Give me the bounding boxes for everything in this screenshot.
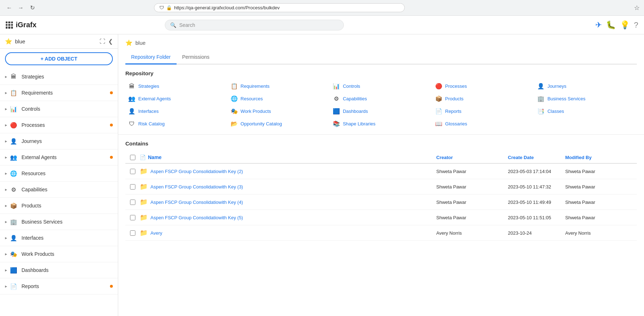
repo-item-dashboards[interactable]: 🟦 Dashboards (330, 106, 432, 116)
repo-item-label: Journeys (547, 83, 566, 89)
select-all-checkbox[interactable] (130, 155, 135, 160)
table-row: 📁 Aspen FSCP Group Consolidatiowith Key … (125, 179, 637, 195)
row-create-date: 2023-05-10 11:47:32 (508, 184, 565, 190)
header-checkbox-cell[interactable] (125, 155, 140, 160)
grid-icon (6, 21, 13, 29)
lightbulb-icon[interactable]: 💡 (620, 20, 630, 30)
business-services-repo-icon: 🏢 (537, 95, 544, 102)
sidebar-item-label: Requirements (21, 90, 110, 96)
row-name-cell[interactable]: 📁 Aspen FSCP Group Consolidatiowith Key … (140, 198, 436, 206)
status-dot (110, 188, 113, 191)
help-icon[interactable]: ? (634, 20, 638, 30)
row-checkbox-cell[interactable] (125, 200, 140, 205)
repo-item-products[interactable]: 📦 Products (432, 94, 535, 104)
tab-repository-folder[interactable]: Repository Folder (125, 51, 177, 64)
forward-button[interactable]: → (16, 3, 26, 13)
sidebar-item-requirements[interactable]: ▸ 📋 Requirements (0, 85, 118, 101)
collapse-sidebar-button[interactable]: ❮ (108, 38, 113, 45)
bug-icon[interactable]: 🐛 (606, 20, 616, 30)
row-name-cell[interactable]: 📁 Aspen FSCP Group Consolidatiowith Key … (140, 167, 436, 175)
search-bar-container[interactable]: 🔍 Search (165, 20, 344, 30)
expand-chevron: ▸ (5, 106, 7, 111)
sidebar-item-interfaces[interactable]: ▸ 👤 Interfaces (0, 230, 118, 246)
repo-item-capabilities[interactable]: ⚙ Capabilities (330, 94, 432, 104)
sidebar-item-external-agents[interactable]: ▸ 👥 External Agents (0, 149, 118, 166)
sidebar-item-label: Journeys (21, 138, 110, 144)
sidebar-item-reports[interactable]: ▸ 📄 Reports (0, 278, 118, 295)
row-name-cell[interactable]: 📁 Aspen FSCP Group Consolidatiowith Key … (140, 183, 436, 191)
row-checkbox[interactable] (130, 184, 135, 190)
expand-icon[interactable]: ⛶ (100, 38, 105, 45)
repo-item-opportunity-catalog[interactable]: 📂 Opportunity Catalog (228, 119, 330, 129)
repo-item-journeys[interactable]: 👤 Journeys (534, 81, 637, 91)
address-bar[interactable]: 🛡 🔒 https://qa-general.igrafxcloud.com/P… (154, 3, 405, 12)
repo-item-shape-libraries[interactable]: 📚 Shape Libraries (330, 119, 432, 129)
reports-repo-icon: 📄 (435, 108, 442, 115)
repo-item-classes[interactable]: 📑 Classes (534, 106, 637, 116)
repo-item-interfaces[interactable]: 👤 Interfaces (125, 106, 228, 116)
sidebar-item-processes[interactable]: ▸ 🔴 Processes (0, 117, 118, 133)
integrations-icon[interactable]: ✈ (595, 20, 602, 30)
repo-item-label: Strategies (138, 83, 159, 89)
sidebar-item-resources[interactable]: ▸ 🌐 Resources (0, 166, 118, 182)
row-name: Aspen FSCP Group Consolidatiowith Key (2… (150, 169, 243, 174)
repo-item-glossaries[interactable]: 📖 Glossaries (432, 119, 535, 129)
status-dot (110, 204, 113, 207)
add-object-button[interactable]: + ADD OBJECT (5, 52, 113, 65)
row-checkbox-cell[interactable] (125, 184, 140, 190)
interfaces-repo-icon: 👤 (128, 108, 135, 115)
sidebar-item-label: Reports (21, 283, 110, 289)
row-checkbox-cell[interactable] (125, 169, 140, 174)
sidebar-item-capabilities[interactable]: ▸ ⚙ Capabilities (0, 182, 118, 198)
folder-icon: 📁 (140, 229, 148, 237)
row-checkbox-cell[interactable] (125, 230, 140, 236)
repo-item-work-products[interactable]: 🎭 Work Products (228, 106, 330, 116)
repo-item-risk-catalog[interactable]: 🛡 Risk Catalog (125, 119, 228, 129)
status-dot (110, 156, 113, 159)
tab-permissions[interactable]: Permissions (177, 51, 215, 64)
table-row: 📁 Aspen FSCP Group Consolidatiowith Key … (125, 164, 637, 179)
repo-item-reports[interactable]: 📄 Reports (432, 106, 535, 116)
row-checkbox-cell[interactable] (125, 215, 140, 220)
repository-grid: 🏛 Strategies 📋 Requirements 📊 Controls 🔴… (125, 81, 637, 129)
repo-item-strategies[interactable]: 🏛 Strategies (125, 81, 228, 91)
reload-button[interactable]: ↻ (27, 3, 37, 13)
sidebar-item-business-services[interactable]: ▸ 🏢 Business Services (0, 214, 118, 230)
repo-item-processes[interactable]: 🔴 Processes (432, 81, 535, 91)
row-name-cell[interactable]: 📁 Avery (140, 229, 436, 237)
repo-item-external-agents[interactable]: 👥 External Agents (125, 94, 228, 104)
row-checkbox[interactable] (130, 169, 135, 174)
sidebar-item-work-products[interactable]: ▸ 🎭 Work Products (0, 246, 118, 262)
sidebar-item-dashboards[interactable]: ▸ 🟦 Dashboards (0, 262, 118, 278)
contains-title: Contains (125, 140, 637, 147)
repo-item-controls[interactable]: 📊 Controls (330, 81, 432, 91)
sidebar-item-products[interactable]: ▸ 📦 Products (0, 198, 118, 214)
sidebar-item-controls[interactable]: ▸ 📊 Controls (0, 101, 118, 117)
repo-item-resources[interactable]: 🌐 Resources (228, 94, 330, 104)
status-dot (110, 75, 113, 78)
row-name-cell[interactable]: 📁 Aspen FSCP Group Consolidatiowith Key … (140, 214, 436, 221)
business-services-icon: 🏢 (9, 217, 18, 226)
row-name: Aspen FSCP Group Consolidatiowith Key (5… (150, 215, 243, 220)
work-products-repo-icon: 🎭 (231, 108, 238, 115)
bookmark-button[interactable]: ☆ (634, 4, 640, 12)
journeys-icon: 👤 (9, 137, 18, 145)
sidebar-item-label: Dashboards (21, 267, 110, 273)
repo-item-requirements[interactable]: 📋 Requirements (228, 81, 330, 91)
breadcrumb: ⭐ blue (125, 39, 637, 46)
folder-icon: 📁 (140, 214, 148, 221)
capabilities-icon: ⚙ (9, 185, 18, 194)
back-button[interactable]: ← (4, 3, 14, 13)
repo-item-label: Reports (445, 109, 462, 114)
row-checkbox[interactable] (130, 230, 135, 236)
workspace-name: blue (15, 38, 25, 44)
sidebar-item-journeys[interactable]: ▸ 👤 Journeys (0, 133, 118, 149)
main-layout: ⭐ blue ⛶ ❮ + ADD OBJECT ▸ 🏛 Strategies ▸… (0, 34, 644, 316)
row-checkbox[interactable] (130, 200, 135, 205)
repo-item-business-services[interactable]: 🏢 Business Services (534, 94, 637, 104)
shape-libraries-repo-icon: 📚 (333, 120, 340, 127)
repo-item-label: Opportunity Catalog (241, 121, 282, 126)
row-checkbox[interactable] (130, 215, 135, 220)
expand-chevron: ▸ (5, 219, 7, 224)
sidebar-item-strategies[interactable]: ▸ 🏛 Strategies (0, 69, 118, 85)
